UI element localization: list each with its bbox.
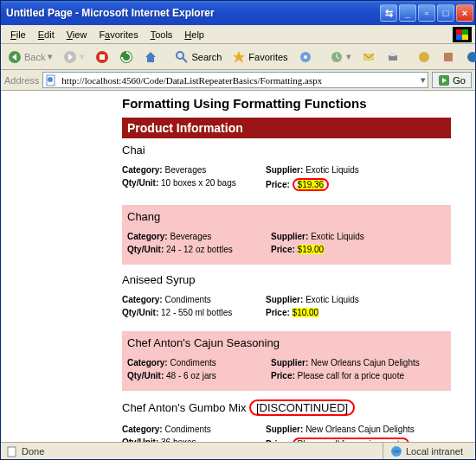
print-button[interactable]	[383, 48, 403, 66]
restore-button[interactable]: ▫	[418, 4, 435, 22]
discontinued-badge: [DISCONTINUED]	[249, 399, 355, 416]
price-value: $19.36	[293, 180, 330, 189]
ext-button-1[interactable]	[414, 48, 434, 66]
product-item: ChaiCategory: BeveragesSupplier: Exotic …	[122, 138, 451, 201]
price-label: Price:	[266, 439, 290, 442]
search-button[interactable]: Search	[171, 48, 225, 66]
category-value: Beverages	[164, 165, 206, 175]
maximize-button[interactable]: □	[437, 4, 454, 22]
svg-point-5	[177, 52, 183, 59]
back-icon	[8, 50, 22, 64]
price-value: Please call for a price quote	[293, 439, 409, 442]
home-button[interactable]	[140, 48, 161, 66]
status-text: Done	[22, 446, 44, 457]
titlebar: Untitled Page - Microsoft Internet Explo…	[1, 1, 475, 25]
product-item: Aniseed SyrupCategory: CondimentsSupplie…	[122, 268, 451, 328]
supplier-value: New Orleans Cajun Delights	[306, 425, 415, 434]
qty-label: Qty/Unit:	[127, 371, 164, 380]
qty-label: Qty/Unit:	[127, 245, 164, 254]
content-viewport[interactable]: Formatting Using Formatting Functions Pr…	[1, 91, 475, 442]
supplier-label: Supplier:	[271, 358, 308, 367]
forward-button[interactable]: ▾	[60, 48, 88, 66]
price-label: Price:	[271, 371, 295, 380]
category-label: Category:	[127, 232, 168, 241]
page-body: Formatting Using Formatting Functions Pr…	[1, 91, 475, 442]
done-icon	[6, 445, 18, 457]
qty-value: 12 - 550 ml bottles	[161, 308, 232, 317]
media-icon	[299, 50, 312, 64]
qty-value: 48 - 6 oz jars	[166, 371, 216, 380]
category-value: Beverages	[170, 232, 211, 241]
category-value: Condiments	[164, 295, 210, 304]
print-icon	[386, 50, 400, 64]
go-icon	[438, 74, 450, 86]
window-controls: ⇆ _ ▫ □ ×	[380, 4, 473, 22]
supplier-value: Exotic Liquids	[306, 165, 359, 175]
product-name: Chef Anton's Gumbo Mix [DISCONTINUED]	[122, 399, 451, 416]
product-name: Aniseed Syrup	[122, 273, 451, 286]
toolbar: Back ▾ ▾ Search Favorites ▾	[1, 44, 475, 70]
svg-point-17	[48, 77, 53, 82]
category-value: Condiments	[170, 358, 215, 367]
menu-file[interactable]: File	[4, 28, 32, 42]
price-label: Price:	[266, 308, 290, 317]
supplier-value: Exotic Liquids	[311, 232, 364, 241]
product-item: ChangCategory: BeveragesSupplier: Exotic…	[122, 205, 451, 265]
window-title: Untitled Page - Microsoft Internet Explo…	[6, 7, 380, 19]
address-bar: Address ▾ Go	[1, 70, 475, 91]
price-value: $19.00	[298, 245, 325, 254]
favorites-button[interactable]: Favorites	[228, 48, 291, 66]
close-button[interactable]: ×	[456, 4, 473, 22]
menubar: File Edit View Favorites Tools Help	[1, 25, 475, 44]
refresh-icon	[119, 50, 133, 64]
menu-view[interactable]: View	[61, 28, 93, 42]
category-label: Category:	[122, 165, 163, 175]
section-header: Product Information	[122, 118, 451, 138]
qty-value: 10 boxes x 20 bags	[161, 178, 236, 188]
history-button[interactable]: ▾	[326, 48, 355, 66]
ie-window: Untitled Page - Microsoft Internet Explo…	[0, 0, 476, 460]
home-icon	[144, 50, 158, 64]
svg-rect-19	[8, 447, 16, 457]
ext1-button[interactable]: ⇆	[380, 4, 397, 22]
tool-icon	[441, 50, 455, 64]
back-button[interactable]: Back ▾	[4, 48, 56, 66]
star-icon	[232, 50, 246, 64]
menu-edit[interactable]: Edit	[32, 28, 61, 42]
menu-favorites[interactable]: Favorites	[93, 28, 144, 42]
go-button[interactable]: Go	[432, 72, 472, 88]
qty-value: 36 boxes	[161, 438, 196, 442]
address-dropdown[interactable]: ▾	[421, 74, 426, 86]
price-value: Please call for a price quote	[298, 371, 404, 380]
zone-icon	[390, 445, 402, 457]
menu-tools[interactable]: Tools	[145, 28, 179, 42]
supplier-label: Supplier:	[271, 232, 308, 241]
globe-icon	[417, 50, 431, 64]
ext-button-2[interactable]	[438, 48, 459, 66]
menu-help[interactable]: Help	[178, 28, 210, 42]
product-name: Chang	[127, 210, 446, 223]
ext-button-3[interactable]	[462, 48, 476, 66]
search-icon	[175, 50, 189, 64]
zone-cell: Local intranet	[383, 443, 470, 459]
mail-button[interactable]	[358, 48, 379, 66]
address-input[interactable]	[60, 74, 418, 86]
qty-label: Qty/Unit:	[122, 438, 158, 442]
plugin-icon	[466, 50, 476, 64]
ie-logo	[453, 27, 472, 42]
media-button[interactable]	[295, 48, 316, 66]
svg-line-6	[183, 58, 187, 62]
stop-button[interactable]	[92, 48, 113, 66]
minimize-button[interactable]: _	[399, 4, 416, 22]
category-value: Condiments	[164, 425, 210, 434]
category-label: Category:	[122, 425, 163, 434]
svg-rect-12	[390, 53, 396, 56]
refresh-button[interactable]	[116, 48, 137, 66]
mail-icon	[362, 50, 376, 64]
history-icon	[330, 50, 344, 64]
supplier-value: Exotic Liquids	[306, 295, 359, 304]
zone-text: Local intranet	[406, 446, 463, 457]
svg-point-15	[467, 52, 476, 62]
svg-rect-3	[100, 54, 105, 60]
product-item: Chef Anton's Gumbo Mix [DISCONTINUED]Cat…	[122, 394, 451, 442]
